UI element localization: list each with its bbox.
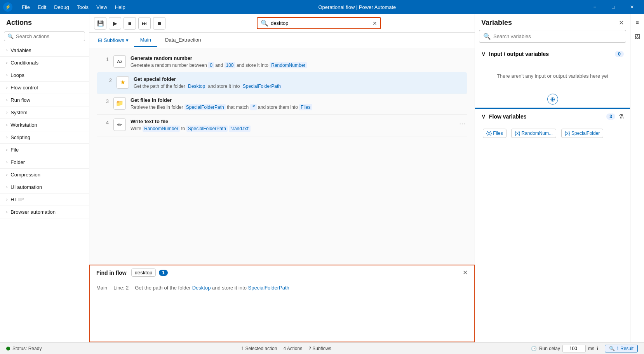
save-button[interactable]: 💾	[94, 17, 106, 30]
status-ready: Status: Ready	[6, 346, 42, 351]
maximize-button[interactable]: □	[604, 0, 622, 14]
menu-tools[interactable]: Tools	[74, 3, 92, 12]
action-group-ui-header[interactable]: › UI automation	[0, 181, 89, 193]
action-group-folder-header[interactable]: › Folder	[0, 156, 89, 168]
menu-view[interactable]: View	[93, 3, 110, 12]
action-group-system-header[interactable]: › System	[0, 106, 89, 119]
action-group-variables-header[interactable]: › Variables	[0, 44, 89, 56]
action-group-loops-header[interactable]: › Loops	[0, 69, 89, 81]
variables-close-button[interactable]: ✕	[619, 19, 624, 26]
flow-search-container: 🔍 ✕	[168, 17, 470, 29]
step-title-2: Get special folder	[134, 76, 464, 82]
var-100: 100	[225, 62, 235, 68]
var-item-files[interactable]: {x} Files	[483, 129, 506, 138]
app-body: Actions 🔍 › Variables › Conditionals ›	[0, 14, 644, 342]
variables-search-box[interactable]: 🔍	[479, 30, 626, 43]
tab-main[interactable]: Main	[134, 34, 157, 47]
find-sfp-link[interactable]: SpecialFolderPath	[248, 285, 289, 291]
flow-step-2[interactable]: 2 ★ Get special folder Get the path of t…	[97, 72, 467, 94]
filter-icon[interactable]: ⚗	[618, 113, 624, 120]
clock-icon: 🕒	[531, 346, 537, 351]
search-actions-input[interactable]	[16, 33, 82, 39]
search-icon: 🔍	[483, 33, 491, 40]
action-group-system-label: System	[10, 110, 27, 115]
status-dot	[6, 347, 10, 351]
subflows-button[interactable]: ⊞ Subflows ▾	[94, 34, 132, 46]
flow-search-input[interactable]	[271, 20, 370, 26]
action-group-conditionals-header[interactable]: › Conditionals	[0, 57, 89, 69]
input-output-label: Input / output variables	[489, 51, 612, 57]
run-delay-input[interactable]	[562, 345, 586, 352]
var-sfp: SpecialFolderPath	[186, 126, 228, 132]
action-group-browser-header[interactable]: › Browser automation	[0, 206, 89, 218]
action-group-ui-label: UI automation	[10, 184, 42, 190]
close-button[interactable]: ✕	[623, 0, 641, 14]
action-group-browser: › Browser automation	[0, 206, 89, 218]
flow-vars-header[interactable]: ∨ Flow variables 3 ⚗	[475, 108, 630, 124]
find-desc-before: Get the path of the folder	[135, 285, 192, 291]
chevron-icon: ›	[6, 148, 7, 152]
app-icon: ⚡	[3, 2, 12, 12]
minimize-button[interactable]: −	[586, 0, 604, 14]
find-desktop-link[interactable]: Desktop	[192, 285, 211, 291]
flow-vars-list: {x} Files {x} RandomNum... {x} SpecialFo…	[475, 124, 630, 342]
find-desc-after: and store it into	[211, 285, 248, 291]
add-variable-button[interactable]: ⊕	[547, 94, 558, 105]
window-title: Operational flow | Power Automate	[135, 4, 580, 10]
stop-button[interactable]: ■	[124, 17, 136, 30]
action-group-file-header[interactable]: › File	[0, 144, 89, 156]
search-variables-input[interactable]	[493, 33, 622, 39]
flow-search-bar[interactable]: 🔍 ✕	[257, 17, 381, 29]
step-icon-4: ✏	[113, 119, 126, 131]
chevron-icon: ›	[6, 85, 7, 90]
action-group-file-label: File	[10, 147, 19, 153]
action-group-conditionals-label: Conditionals	[10, 60, 38, 66]
result-button[interactable]: 🔍 1 Result	[605, 345, 638, 352]
action-group-flowcontrol-header[interactable]: › Flow control	[0, 82, 89, 94]
run-button[interactable]: ▶	[109, 17, 121, 30]
action-group-scripting-header[interactable]: › Scripting	[0, 131, 89, 143]
flow-step-4: 4 ✏ Write text to file Write RandomNumbe…	[97, 115, 467, 136]
menu-help[interactable]: Help	[112, 3, 129, 12]
tab-data-extraction[interactable]: Data_Extraction	[159, 34, 207, 47]
chevron-icon: ›	[6, 197, 7, 202]
menu-edit[interactable]: Edit	[35, 3, 49, 12]
find-close-button[interactable]: ✕	[463, 269, 468, 276]
action-group-variables-label: Variables	[10, 47, 31, 53]
side-icons-panel: ≡ 🖼	[630, 14, 644, 342]
input-output-header[interactable]: ∨ Input / output variables 0	[475, 46, 630, 61]
chevron-icon: ›	[6, 123, 7, 127]
layers-icon[interactable]: ≡	[632, 17, 643, 28]
action-group-folder: › Folder	[0, 156, 89, 169]
action-group-variables: › Variables	[0, 44, 89, 57]
action-group-compression-header[interactable]: › Compression	[0, 169, 89, 181]
action-group-workstation-header[interactable]: › Workstation	[0, 119, 89, 131]
chevron-icon: ›	[6, 110, 7, 115]
search-clear-button[interactable]: ✕	[372, 20, 377, 26]
find-in-flow-panel: Find in flow desktop 1 ✕ Main Line: 2 Ge…	[89, 265, 475, 342]
record-button[interactable]: ⏺	[153, 17, 165, 30]
next-button[interactable]: ⏭	[138, 17, 151, 30]
actions-list: › Variables › Conditionals › Loops ›	[0, 44, 89, 342]
find-in-flow-header: Find in flow desktop 1 ✕	[90, 265, 474, 280]
input-output-vars-section: ∨ Input / output variables 0 There aren'…	[475, 46, 630, 108]
actions-search-box[interactable]: 🔍	[4, 31, 85, 41]
menu-file[interactable]: File	[19, 3, 33, 12]
variables-header: Variables ✕	[475, 14, 630, 30]
var-item-randomnum[interactable]: {x} RandomNum...	[511, 129, 556, 138]
action-group-flowcontrol: › Flow control	[0, 82, 89, 94]
more-options-button-4[interactable]: ⋯	[458, 119, 467, 129]
image-icon[interactable]: 🖼	[632, 31, 643, 42]
center-panel: 💾 ▶ ■ ⏭ ⏺ 🔍 ✕ ⊞ Subflows ▾ Main Data_Ext…	[89, 14, 475, 342]
action-group-http-header[interactable]: › HTTP	[0, 194, 89, 206]
action-group-file: › File	[0, 144, 89, 156]
var-filename: '\rand.txt'	[229, 126, 251, 132]
run-delay-label: Run delay	[539, 346, 560, 351]
subflows-count: 2 Subflows	[308, 346, 331, 351]
toolbar: 💾 ▶ ■ ⏭ ⏺ 🔍 ✕	[89, 14, 475, 33]
action-group-runflow-header[interactable]: › Run flow	[0, 94, 89, 106]
var-item-specialfolder[interactable]: {x} SpecialFolder	[561, 129, 604, 138]
menu-debug[interactable]: Debug	[51, 3, 72, 12]
action-group-workstation-label: Workstation	[10, 122, 37, 128]
chevron-icon: ›	[6, 185, 7, 189]
